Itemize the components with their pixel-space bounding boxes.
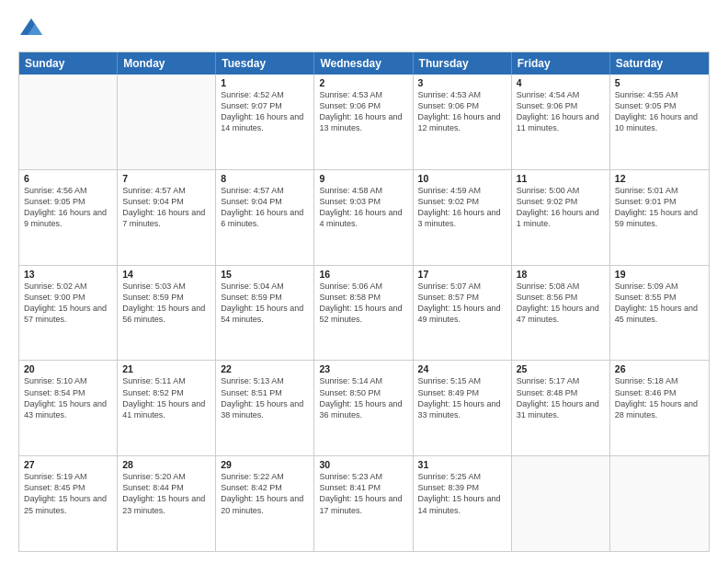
cell-info: Sunrise: 4:57 AMSunset: 9:04 PMDaylight:…: [221, 185, 309, 230]
cell-date: 18: [517, 269, 605, 280]
cell-info: Sunrise: 5:14 AMSunset: 8:50 PMDaylight:…: [319, 375, 407, 420]
cell-info: Sunrise: 5:19 AMSunset: 8:45 PMDaylight:…: [24, 471, 112, 516]
cell-date: 26: [615, 363, 704, 374]
cell-date: 16: [319, 269, 407, 280]
calendar-row-4: 27Sunrise: 5:19 AMSunset: 8:45 PMDayligh…: [19, 456, 709, 551]
cell-date: 14: [122, 269, 210, 280]
cell-date: 31: [418, 459, 506, 470]
calendar-cell-0-3: 2Sunrise: 4:53 AMSunset: 9:06 PMDaylight…: [314, 75, 413, 169]
cell-date: 3: [418, 77, 506, 88]
cell-info: Sunrise: 4:54 AMSunset: 9:06 PMDaylight:…: [517, 89, 605, 134]
cell-info: Sunrise: 4:57 AMSunset: 9:04 PMDaylight:…: [122, 185, 210, 230]
cell-info: Sunrise: 5:17 AMSunset: 8:48 PMDaylight:…: [517, 375, 605, 420]
calendar-cell-2-0: 13Sunrise: 5:02 AMSunset: 9:00 PMDayligh…: [19, 266, 118, 361]
calendar-cell-2-4: 17Sunrise: 5:07 AMSunset: 8:57 PMDayligh…: [414, 266, 512, 361]
logo-icon: [18, 17, 44, 42]
cell-date: 7: [122, 173, 210, 184]
calendar-cell-3-4: 24Sunrise: 5:15 AMSunset: 8:49 PMDayligh…: [414, 361, 512, 455]
cell-date: 13: [24, 269, 112, 280]
cell-date: 24: [418, 363, 506, 374]
header-day-saturday: Saturday: [610, 52, 709, 75]
cell-date: 12: [615, 173, 704, 184]
calendar-cell-1-4: 10Sunrise: 4:59 AMSunset: 9:02 PMDayligh…: [414, 170, 512, 265]
cell-date: 10: [418, 173, 506, 184]
cell-info: Sunrise: 5:01 AMSunset: 9:01 PMDaylight:…: [615, 185, 704, 230]
cell-date: 1: [221, 77, 309, 88]
calendar-cell-4-2: 29Sunrise: 5:22 AMSunset: 8:42 PMDayligh…: [216, 456, 314, 551]
cell-date: 8: [221, 173, 309, 184]
cell-date: 28: [122, 459, 210, 470]
cell-date: 23: [319, 363, 407, 374]
cell-info: Sunrise: 5:03 AMSunset: 8:59 PMDaylight:…: [122, 281, 210, 326]
calendar-cell-4-3: 30Sunrise: 5:23 AMSunset: 8:41 PMDayligh…: [314, 456, 413, 551]
header: [18, 17, 710, 42]
calendar-cell-3-3: 23Sunrise: 5:14 AMSunset: 8:50 PMDayligh…: [314, 361, 413, 455]
calendar-cell-0-5: 4Sunrise: 4:54 AMSunset: 9:06 PMDaylight…: [512, 75, 610, 169]
calendar-body: 1Sunrise: 4:52 AMSunset: 9:07 PMDaylight…: [19, 75, 709, 551]
cell-info: Sunrise: 4:59 AMSunset: 9:02 PMDaylight:…: [418, 185, 506, 230]
page: SundayMondayTuesdayWednesdayThursdayFrid…: [0, 0, 728, 563]
cell-date: 11: [517, 173, 605, 184]
cell-date: 6: [24, 173, 112, 184]
calendar-cell-0-0: [19, 75, 118, 169]
header-day-friday: Friday: [512, 52, 610, 75]
header-day-tuesday: Tuesday: [216, 52, 314, 75]
cell-info: Sunrise: 5:08 AMSunset: 8:56 PMDaylight:…: [517, 281, 605, 326]
calendar-cell-1-2: 8Sunrise: 4:57 AMSunset: 9:04 PMDaylight…: [216, 170, 314, 265]
calendar-cell-4-6: [610, 456, 709, 551]
calendar-row-3: 20Sunrise: 5:10 AMSunset: 8:54 PMDayligh…: [19, 361, 709, 456]
cell-info: Sunrise: 5:10 AMSunset: 8:54 PMDaylight:…: [24, 375, 112, 420]
cell-info: Sunrise: 5:02 AMSunset: 9:00 PMDaylight:…: [24, 281, 112, 326]
calendar-cell-0-6: 5Sunrise: 4:55 AMSunset: 9:05 PMDaylight…: [610, 75, 709, 169]
cell-info: Sunrise: 5:09 AMSunset: 8:55 PMDaylight:…: [615, 281, 704, 326]
cell-date: 15: [221, 269, 309, 280]
calendar-cell-0-2: 1Sunrise: 4:52 AMSunset: 9:07 PMDaylight…: [216, 75, 314, 169]
calendar-row-0: 1Sunrise: 4:52 AMSunset: 9:07 PMDaylight…: [19, 75, 709, 170]
calendar-cell-0-1: [118, 75, 216, 169]
cell-info: Sunrise: 5:06 AMSunset: 8:58 PMDaylight:…: [319, 281, 407, 326]
header-day-thursday: Thursday: [414, 52, 512, 75]
calendar-cell-2-2: 15Sunrise: 5:04 AMSunset: 8:59 PMDayligh…: [216, 266, 314, 361]
cell-info: Sunrise: 4:56 AMSunset: 9:05 PMDaylight:…: [24, 185, 112, 230]
cell-date: 2: [319, 77, 407, 88]
cell-info: Sunrise: 5:18 AMSunset: 8:46 PMDaylight:…: [615, 375, 704, 420]
cell-date: 4: [517, 77, 605, 88]
header-day-sunday: Sunday: [19, 52, 118, 75]
cell-info: Sunrise: 4:53 AMSunset: 9:06 PMDaylight:…: [418, 89, 506, 134]
cell-info: Sunrise: 5:11 AMSunset: 8:52 PMDaylight:…: [122, 375, 210, 420]
calendar-cell-4-5: [512, 456, 610, 551]
calendar-cell-1-5: 11Sunrise: 5:00 AMSunset: 9:02 PMDayligh…: [512, 170, 610, 265]
cell-date: 30: [319, 459, 407, 470]
cell-date: 27: [24, 459, 112, 470]
cell-info: Sunrise: 4:53 AMSunset: 9:06 PMDaylight:…: [319, 89, 407, 134]
cell-info: Sunrise: 5:23 AMSunset: 8:41 PMDaylight:…: [319, 471, 407, 516]
cell-date: 9: [319, 173, 407, 184]
cell-info: Sunrise: 5:00 AMSunset: 9:02 PMDaylight:…: [517, 185, 605, 230]
cell-date: 25: [517, 363, 605, 374]
calendar: SundayMondayTuesdayWednesdayThursdayFrid…: [18, 52, 710, 552]
header-day-monday: Monday: [118, 52, 216, 75]
cell-date: 5: [615, 77, 704, 88]
cell-date: 17: [418, 269, 506, 280]
cell-date: 21: [122, 363, 210, 374]
cell-date: 20: [24, 363, 112, 374]
calendar-row-2: 13Sunrise: 5:02 AMSunset: 9:00 PMDayligh…: [19, 266, 709, 362]
calendar-cell-3-0: 20Sunrise: 5:10 AMSunset: 8:54 PMDayligh…: [19, 361, 118, 455]
cell-info: Sunrise: 4:58 AMSunset: 9:03 PMDaylight:…: [319, 185, 407, 230]
calendar-cell-3-6: 26Sunrise: 5:18 AMSunset: 8:46 PMDayligh…: [610, 361, 709, 455]
calendar-cell-4-0: 27Sunrise: 5:19 AMSunset: 8:45 PMDayligh…: [19, 456, 118, 551]
header-day-wednesday: Wednesday: [314, 52, 413, 75]
cell-info: Sunrise: 5:25 AMSunset: 8:39 PMDaylight:…: [418, 471, 506, 516]
cell-info: Sunrise: 5:13 AMSunset: 8:51 PMDaylight:…: [221, 375, 309, 420]
cell-info: Sunrise: 5:07 AMSunset: 8:57 PMDaylight:…: [418, 281, 506, 326]
calendar-cell-4-4: 31Sunrise: 5:25 AMSunset: 8:39 PMDayligh…: [414, 456, 512, 551]
calendar-cell-4-1: 28Sunrise: 5:20 AMSunset: 8:44 PMDayligh…: [118, 456, 216, 551]
calendar-cell-2-1: 14Sunrise: 5:03 AMSunset: 8:59 PMDayligh…: [118, 266, 216, 361]
cell-info: Sunrise: 5:04 AMSunset: 8:59 PMDaylight:…: [221, 281, 309, 326]
cell-info: Sunrise: 5:15 AMSunset: 8:49 PMDaylight:…: [418, 375, 506, 420]
cell-info: Sunrise: 4:55 AMSunset: 9:05 PMDaylight:…: [615, 89, 704, 134]
calendar-cell-1-6: 12Sunrise: 5:01 AMSunset: 9:01 PMDayligh…: [610, 170, 709, 265]
cell-date: 22: [221, 363, 309, 374]
calendar-cell-1-0: 6Sunrise: 4:56 AMSunset: 9:05 PMDaylight…: [19, 170, 118, 265]
cell-info: Sunrise: 5:22 AMSunset: 8:42 PMDaylight:…: [221, 471, 309, 516]
